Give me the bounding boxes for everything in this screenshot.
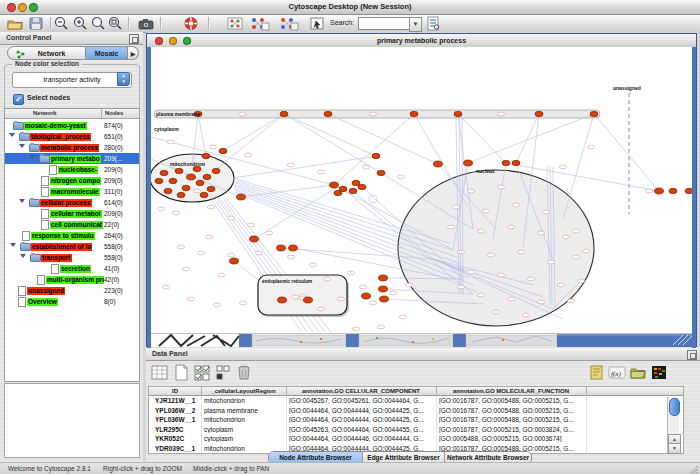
node-count: 8(0): [104, 298, 116, 305]
destroy-network-icon[interactable]: [226, 16, 244, 31]
enhanced-search-icon[interactable]: [424, 16, 442, 31]
endoplasmic-reticulum-label: endoplasmic reticulum: [262, 279, 312, 284]
file-icon: [41, 220, 49, 230]
folder-icon: [29, 199, 40, 207]
tree-row[interactable]: nitrogen compo209(0): [5, 175, 139, 186]
tree-row-selected[interactable]: primary metabo209(...: [5, 153, 139, 164]
tree-row[interactable]: biological_process651(0): [5, 131, 139, 142]
tree-header[interactable]: Network Nodes: [5, 109, 139, 119]
node-count: 558(0): [104, 243, 123, 250]
tree-row[interactable]: Overview8(0): [5, 296, 139, 307]
plasma-membrane-region[interactable]: [154, 110, 600, 118]
column-header-molecular[interactable]: annotation.GO MOLECULAR_FUNCTION: [436, 388, 586, 394]
tree-row[interactable]: multi-organism pro42(0): [5, 274, 139, 285]
zoom-selected-icon[interactable]: [89, 16, 107, 31]
zoom-in-icon[interactable]: [71, 16, 89, 31]
float-panel-icon[interactable]: [129, 34, 139, 44]
tab-mosaic[interactable]: Mosaic: [86, 46, 128, 60]
import-attributes-icon[interactable]: [629, 364, 647, 382]
tree-row[interactable]: cell communicat22(0): [5, 219, 139, 230]
nucleus-region[interactable]: [398, 170, 594, 326]
network-graph[interactable]: plasma membrane cytoplasm mitochondrion …: [151, 47, 692, 333]
select-attributes-icon[interactable]: [151, 364, 169, 382]
background-windows-graphic: [151, 333, 692, 347]
zoom-out-icon[interactable]: [52, 16, 70, 31]
window-resize-grip-icon[interactable]: [688, 464, 698, 474]
open-file-icon[interactable]: [6, 16, 24, 31]
attribute-editor-icon[interactable]: [214, 364, 232, 382]
cytoplasm-label: cytoplasm: [154, 126, 179, 132]
selection-mode-icon[interactable]: [308, 16, 326, 31]
scrollbar-thumb[interactable]: [669, 398, 680, 416]
tree-row[interactable]: unassigned223(0): [5, 285, 139, 296]
network-canvas[interactable]: plasma membrane cytoplasm mitochondrion …: [151, 47, 692, 333]
toolbar-separator: [50, 17, 51, 29]
main-toolbar: Search: ▼: [0, 15, 700, 33]
unhide-nodes-icon[interactable]: [279, 16, 297, 31]
table-header: ID _cellularLayoutRegion annotation.GO C…: [148, 386, 684, 396]
table-row[interactable]: YKR052Ccytoplasm[GO:0044464, GO:0044446,…: [149, 434, 684, 444]
save-icon[interactable]: [27, 16, 45, 31]
notepad-icon[interactable]: [588, 364, 606, 382]
tree-row[interactable]: cellular process614(0): [5, 197, 139, 208]
node-count: 22(0): [104, 221, 119, 228]
file-icon: [18, 286, 26, 296]
table-row[interactable]: YLR295Ccytoplasm[GO:0045263, GO:0044464,…: [149, 425, 684, 435]
network-label: transport: [41, 254, 72, 262]
network-label: cellular process: [40, 199, 92, 207]
network-window-titlebar[interactable]: primary metabolic process: [147, 34, 696, 48]
create-attribute-icon[interactable]: [172, 364, 190, 382]
column-header-cellular[interactable]: annotation.GO CELLULAR_COMPONENT: [286, 388, 436, 394]
expander-icon[interactable]: [19, 144, 25, 148]
snapshot-camera-icon[interactable]: [137, 16, 155, 31]
tree-row[interactable]: nucleobase-209(0): [5, 164, 139, 175]
search-input[interactable]: [358, 17, 414, 30]
node-count: 280(0): [104, 144, 123, 151]
node-color-combobox-value: transporter activity: [43, 76, 100, 83]
table-scrollbar[interactable]: ▲ ▼: [667, 397, 679, 453]
help-lifering-icon[interactable]: [182, 16, 200, 31]
network-label: mosaic-demo-yeast: [24, 122, 87, 130]
column-header-region[interactable]: _cellularLayoutRegion: [201, 388, 286, 394]
expander-icon[interactable]: [10, 243, 16, 247]
search-dropdown-arrow[interactable]: ▼: [409, 17, 422, 32]
tree-row[interactable]: metabolic process280(0): [5, 142, 139, 153]
column-divider[interactable]: [101, 109, 102, 118]
tree-row[interactable]: response to stimulu264(0): [5, 230, 139, 241]
expander-icon[interactable]: [9, 133, 15, 137]
table-row[interactable]: YPL036W__2plasma membrane[GO:0044464, GO…: [149, 406, 684, 416]
tab-network[interactable]: Network: [7, 46, 86, 60]
select-nodes-checkbox[interactable]: ✓: [13, 94, 24, 105]
float-panel-icon[interactable]: [687, 350, 697, 360]
network-label: unassigned: [27, 287, 65, 295]
table-row[interactable]: YPL036W__1mitochondrion[GO:0044464, GO:0…: [149, 415, 684, 425]
tree-row[interactable]: macromolecule311(0): [5, 186, 139, 197]
node-count: 42(0): [104, 276, 119, 283]
tab-overflow-arrow[interactable]: ▶: [128, 46, 139, 60]
tree-row[interactable]: establishment of lo558(0): [5, 241, 139, 252]
delete-attribute-icon[interactable]: [235, 364, 253, 382]
function-builder-icon[interactable]: f(x): [608, 364, 626, 382]
tree-row[interactable]: mosaic-demo-yeast874(0): [5, 120, 139, 131]
zoom-fit-icon[interactable]: [106, 16, 124, 31]
select-attributes-grid-icon[interactable]: [193, 364, 211, 382]
tree-row[interactable]: transport558(0): [5, 252, 139, 263]
tree-row[interactable]: secretion41(0): [5, 263, 139, 274]
hide-selected-nodes-icon[interactable]: [250, 16, 268, 31]
birds-eye-view-panel[interactable]: [4, 383, 140, 458]
column-header-id[interactable]: ID: [149, 388, 201, 394]
node-color-combobox[interactable]: transporter activity: [12, 72, 132, 88]
tree-row[interactable]: cellular metabol209(0): [5, 208, 139, 219]
network-window-title: primary metabolic process: [147, 37, 696, 44]
node-count: 223(0): [104, 287, 123, 294]
expander-icon[interactable]: [29, 155, 35, 159]
scroll-down-arrow[interactable]: ▼: [668, 443, 681, 454]
table-row[interactable]: YJR121W__1mitochondrion[GO:0045267, GO:0…: [149, 396, 684, 406]
background-windows-strip: [151, 333, 692, 347]
expander-icon[interactable]: [19, 199, 25, 203]
expander-icon[interactable]: [20, 254, 26, 258]
network-label: establishment of lo: [31, 243, 92, 251]
heatmap-view-icon[interactable]: [650, 364, 668, 382]
control-panel: Control Panel Network Mosaic ▶ Node colo…: [0, 32, 143, 462]
combobox-stepper-icon[interactable]: ▲▼: [117, 72, 130, 86]
